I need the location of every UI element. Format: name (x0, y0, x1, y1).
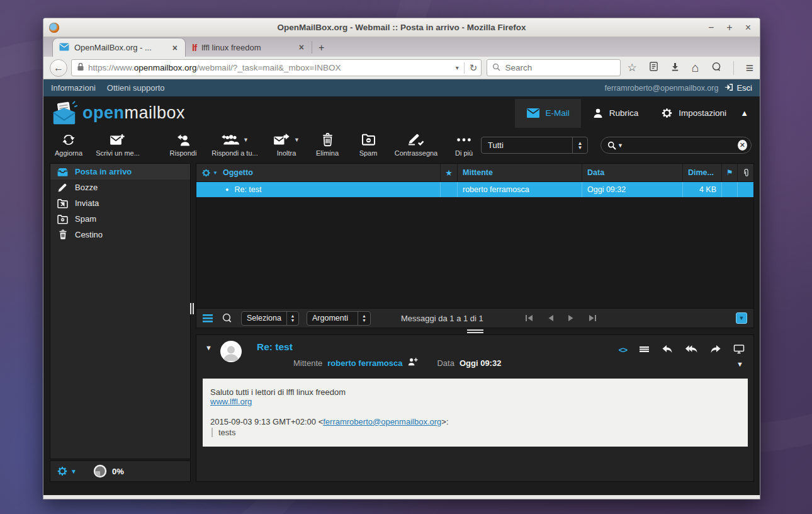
reload-icon[interactable]: ↻ (464, 62, 478, 74)
sidebar-folder-bozze[interactable]: Bozze (50, 180, 190, 195)
mail-icon (526, 108, 540, 118)
sidebar-folder-spam[interactable]: Spam (50, 211, 190, 227)
delete-button[interactable]: Elimina (311, 131, 344, 157)
new-tab-button[interactable]: + (315, 42, 330, 57)
window-titlebar[interactable]: OpenMailBox.org - Webmail :: Posta in ar… (43, 18, 760, 37)
sender-label: Mittente (293, 358, 322, 368)
tasknav-mail[interactable]: E-Mail (515, 99, 581, 128)
tab-strip: OpenMailBox.org - ... × lf lffl linux fr… (43, 37, 760, 57)
open-in-window-icon[interactable] (733, 344, 745, 356)
compose-button[interactable]: Scrivi un me... (93, 131, 142, 157)
message-sender[interactable]: roberto ferramosca (327, 358, 402, 368)
list-mode-button[interactable] (203, 314, 213, 323)
tab-openmailbox[interactable]: OpenMailBox.org - ... × (52, 38, 186, 57)
vertical-splitter[interactable] (190, 303, 195, 314)
quick-search-input[interactable] (627, 140, 738, 150)
select-spinner-icon: ▲▼ (572, 137, 587, 153)
maximize-button[interactable]: + (726, 23, 732, 33)
next-page-icon[interactable] (568, 314, 575, 322)
column-flagged[interactable]: ★ (441, 164, 458, 181)
spam-button[interactable]: Spam (352, 131, 385, 157)
folder-options-button[interactable]: ▼ (57, 465, 77, 477)
logout-button[interactable]: Esci (725, 83, 752, 93)
sidebar-folder-inviata[interactable]: Inviata (50, 195, 190, 211)
forward-icon[interactable] (710, 345, 721, 356)
more-button[interactable]: Di più (448, 131, 480, 157)
last-page-icon[interactable] (589, 314, 597, 322)
add-contact-icon[interactable] (407, 357, 418, 368)
account-email: ferramroberto@openmailbox.org (605, 84, 719, 93)
chevron-up-icon[interactable]: ▲ (738, 108, 755, 118)
link-supporto[interactable]: Ottieni supporto (107, 83, 165, 93)
browser-search[interactable] (487, 59, 621, 76)
pagination (525, 314, 597, 322)
row-flag-cell[interactable] (722, 182, 738, 197)
forward-button[interactable]: ▼ Inoltra (270, 131, 303, 157)
row-star-cell[interactable] (441, 182, 458, 197)
show-more-headers-icon[interactable]: ▼ (736, 360, 743, 368)
close-button[interactable]: × (745, 23, 751, 33)
move-message-icon[interactable] (639, 345, 650, 356)
list-options-button[interactable]: ▼ (201, 168, 218, 178)
body-link[interactable]: www.lffl.org (210, 397, 252, 406)
column-attachment[interactable] (738, 164, 755, 181)
column-size[interactable]: Dime... (683, 164, 722, 181)
row-size: 4 KB (683, 182, 722, 197)
quota-indicator: 0% (93, 464, 124, 478)
url-bar[interactable]: https://www.openmailbox.org/webmail/?_ta… (71, 59, 482, 76)
column-flag[interactable]: ⚑ (722, 164, 738, 181)
tab-lffl[interactable]: lf lffl linux freedom × (186, 38, 312, 57)
desktop: { "window": { "title": "OpenMailBox.org … (0, 0, 812, 514)
back-button[interactable]: ← (50, 59, 67, 77)
chevron-down-icon[interactable]: ▼ (294, 137, 300, 143)
threads-mode-button[interactable] (222, 313, 232, 323)
chevron-down-icon[interactable]: ▼ (243, 137, 249, 143)
folder-actions-bar: ▼ 0% (50, 460, 191, 482)
reply-button[interactable]: Rispondi (167, 131, 200, 157)
gear-icon (57, 465, 68, 477)
reading-list-icon[interactable] (649, 61, 658, 74)
threads-dropdown[interactable]: Argomenti ▲▼ (307, 311, 371, 326)
mark-button[interactable]: Contrassegna (393, 131, 439, 157)
downloads-icon[interactable] (670, 62, 680, 74)
select-spinner-icon: ▲▼ (358, 312, 370, 325)
column-subject[interactable]: Oggetto (223, 168, 253, 177)
view-source-icon[interactable]: <> (619, 345, 627, 355)
column-date[interactable]: Data (582, 164, 683, 181)
reply-all-button[interactable]: ▼ Rispondi a tu... (208, 131, 262, 157)
message-row[interactable]: ● Re: test roberto ferramosca Oggi 09:32… (196, 182, 753, 197)
message-list-empty-area[interactable] (196, 197, 753, 308)
chevron-down-icon[interactable]: ▼ (617, 142, 623, 149)
select-messages-dropdown[interactable]: Seleziona ▲▼ (241, 311, 299, 326)
home-icon[interactable]: ⌂ (692, 62, 699, 73)
horizontal-splitter[interactable] (196, 329, 754, 333)
link-informazioni[interactable]: Informazioni (51, 83, 96, 93)
task-nav: E-Mail Rubrica Impostazioni ▲ (515, 99, 755, 128)
reply-all-icon[interactable] (685, 345, 698, 356)
paperclip-icon (743, 168, 750, 178)
bookmark-star-icon[interactable]: ☆ (627, 62, 636, 73)
collapse-message-icon[interactable]: ▼ (205, 344, 212, 351)
search-input[interactable] (505, 63, 615, 72)
tasknav-rubrica[interactable]: Rubrica (581, 99, 650, 128)
refresh-button[interactable]: Aggiorna (52, 131, 85, 157)
first-page-icon[interactable] (525, 314, 533, 322)
sidebar-folder-inbox[interactable]: Posta in arrivo (50, 164, 190, 180)
sidebar-folder-cestino[interactable]: Cestino (50, 227, 190, 243)
filter-select[interactable]: Tutti ▲▼ (481, 137, 588, 154)
url-dropdown-icon[interactable]: ▾ (456, 64, 459, 71)
expand-preview-button[interactable]: ▼ (736, 312, 747, 324)
clear-search-icon[interactable]: ✕ (738, 140, 747, 151)
tab-close-icon[interactable]: × (171, 43, 179, 53)
tab-close-icon[interactable]: × (298, 42, 305, 52)
menu-icon[interactable]: ≡ (746, 62, 753, 73)
prev-page-icon[interactable] (547, 314, 554, 322)
chat-icon[interactable] (711, 62, 721, 74)
quick-search[interactable]: ▼ ✕ (601, 137, 752, 154)
column-sender[interactable]: Mittente (458, 164, 582, 181)
search-icon (607, 141, 616, 150)
quote-email-link[interactable]: ferramroberto@openmailbox.org (323, 417, 441, 426)
tasknav-impostazioni[interactable]: Impostazioni (650, 99, 738, 128)
reply-icon[interactable] (662, 345, 673, 356)
minimize-button[interactable]: − (708, 23, 714, 33)
